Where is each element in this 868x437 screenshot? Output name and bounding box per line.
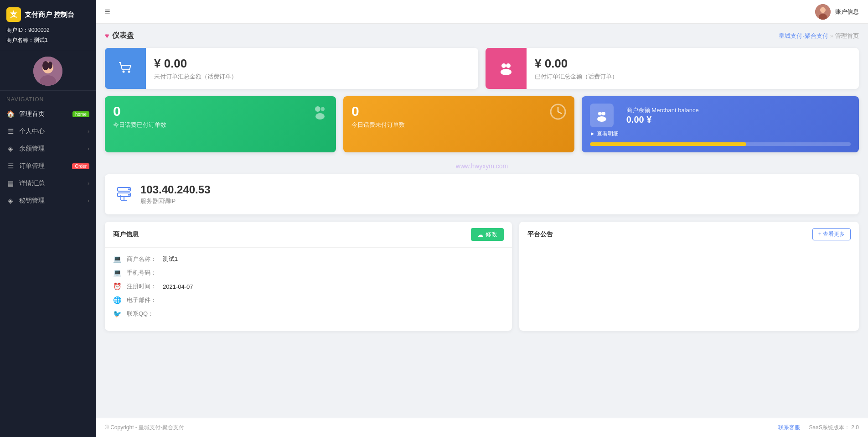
watermark: www.hwyxym.com [105, 160, 859, 174]
contact-link[interactable]: 联系客服 [778, 424, 800, 432]
main-area: ≡ 账户信息 ♥ 仪表盘 皇城支付-聚合支付 » 管理首页 [96, 0, 868, 437]
unpaid-card: ¥ 0.00 未付订单汇总金额（话费订单） [105, 48, 478, 89]
sidebar-item-order-label: 订单管理 [19, 162, 45, 170]
unpaid-today-card: 0 今日话费未付订单数 Order outstanding today more… [343, 96, 574, 152]
menu-toggle[interactable]: ≡ [105, 6, 110, 17]
announcement-body [519, 247, 859, 262]
svg-point-19 [598, 112, 602, 115]
svg-point-14 [321, 107, 325, 111]
svg-point-4 [48, 62, 52, 69]
announcement-title: 平台公告 [527, 230, 553, 239]
paid-today-label: 今日话费已付订单数 [113, 121, 328, 129]
nav-section-label: Navigation [0, 91, 96, 105]
paid-today-icon [310, 103, 329, 124]
unpaid-label: 未付订单汇总金额（话费订单） [154, 73, 237, 81]
sidebar-item-balance-label: 余额管理 [19, 145, 45, 153]
chevron-right-icon2: › [88, 146, 89, 152]
sidebar-item-home-label: 管理首页 [19, 110, 45, 118]
chevron-right-icon4: › [88, 198, 89, 204]
page-header: ♥ 仪表盘 皇城支付-聚合支付 » 管理首页 [105, 31, 859, 41]
avatar-wrap [0, 50, 96, 91]
server-icon [116, 185, 132, 204]
cart-icon-wrap [105, 48, 146, 89]
footer-version: SaaS系统版本： 2.0 [809, 424, 859, 432]
people-icon-wrap [486, 48, 527, 89]
bottom-row: 商户信息 ☁ 修改 💻 商户名称： 测试1 💻 手机号码： [105, 222, 859, 331]
logo-icon: 支 [6, 7, 21, 22]
server-ip-value: 103.40.240.53 [140, 183, 210, 196]
balance-progress [590, 142, 851, 146]
server-ip-label: 服务器回调IP [140, 197, 210, 205]
unpaid-today-count: 0 [351, 104, 566, 119]
sidebar-title: 支付商户 控制台 [25, 10, 74, 19]
sidebar-item-balance[interactable]: ◈ 余额管理 › [0, 140, 96, 157]
breadcrumb-current: 管理首页 [835, 32, 859, 40]
home-badge: home [72, 111, 89, 117]
sidebar-item-secret[interactable]: ◈ 秘钥管理 › [0, 192, 96, 209]
balance-title: 商户余额 Merchant balance [626, 106, 699, 114]
balance-card: 商户余额 Merchant balance 0.00 ¥ ► 查看明细 [582, 96, 859, 152]
detail-icon: ▤ [6, 179, 15, 187]
edit-merchant-button[interactable]: ☁ 修改 [471, 228, 504, 241]
qq-row: 🐦 联系QQ： [113, 310, 504, 318]
sidebar-item-order[interactable]: ☰ 订单管理 Order [0, 157, 96, 175]
monitor-icon2: 💻 [113, 269, 122, 277]
sidebar-item-home[interactable]: 🏠 管理首页 home [0, 105, 96, 123]
phone-row: 💻 手机号码： [113, 269, 504, 277]
heart-icon: ♥ [105, 32, 109, 40]
page-title: 仪表盘 [112, 31, 134, 41]
chevron-right-icon3: › [88, 180, 89, 187]
footer-copyright: © Copyright - 皇城支付-聚合支付 [105, 424, 184, 432]
svg-point-9 [128, 71, 130, 73]
merchant-info-card: 商户信息 ☁ 修改 💻 商户名称： 测试1 💻 手机号码： [105, 222, 512, 331]
footer: © Copyright - 皇城支付-聚合支付 联系客服 SaaS系统版本： 2… [96, 418, 868, 437]
paid-today-card: 0 今日话费已付订单数 Orders paid today more > [105, 96, 336, 152]
svg-line-18 [558, 112, 562, 114]
clock-icon [549, 103, 567, 124]
merchant-card-title: 商户信息 [113, 230, 139, 239]
sidebar-item-secret-label: 秘钥管理 [19, 197, 45, 205]
globe-icon: 🌐 [113, 296, 122, 304]
stats-row2: 0 今日话费已付订单数 Orders paid today more > [105, 96, 859, 152]
order-icon: ☰ [6, 162, 15, 170]
svg-point-6 [820, 7, 826, 13]
balance-detail-link[interactable]: ► 查看明细 [582, 130, 859, 142]
chevron-right-icon: › [88, 128, 89, 135]
svg-point-15 [315, 113, 325, 120]
svg-point-21 [597, 116, 606, 122]
svg-point-25 [128, 194, 130, 196]
unpaid-today-label: 今日话费未付订单数 [351, 121, 566, 129]
merchant-name-row: 💻 商户名称： 测试1 [113, 255, 504, 263]
svg-point-8 [123, 71, 125, 73]
sidebar-header: 支 支付商户 控制台 商户ID：9000002 商户名称：测试1 [0, 0, 96, 50]
view-more-button[interactable]: + 查看更多 [812, 228, 851, 240]
svg-point-24 [128, 188, 130, 190]
breadcrumb-link1[interactable]: 皇城支付-聚合支付 [779, 32, 828, 40]
svg-point-13 [315, 106, 320, 112]
clock-icon2: ⏰ [113, 282, 122, 291]
home-icon: 🏠 [6, 110, 15, 118]
sidebar-logo: 支 支付商户 控制台 [6, 7, 89, 22]
account-name: 账户信息 [835, 8, 859, 16]
unpaid-amount: ¥ 0.00 [154, 57, 237, 71]
balance-icon-bg [590, 104, 614, 127]
secret-icon: ◈ [6, 197, 15, 205]
announcement-card: 平台公告 + 查看更多 [519, 222, 859, 331]
svg-point-10 [501, 63, 506, 68]
bird-icon: 🐦 [113, 310, 122, 318]
svg-point-11 [506, 63, 511, 68]
order-badge: Order [72, 163, 89, 169]
sidebar-item-personal-label: 个人中心 [19, 127, 45, 135]
sidebar-item-personal[interactable]: ☰ 个人中心 › [0, 123, 96, 140]
server-ip-card: 103.40.240.53 服务器回调IP [105, 174, 859, 214]
content-area: ♥ 仪表盘 皇城支付-聚合支付 » 管理首页 ¥ 0 [96, 24, 868, 418]
paid-today-count: 0 [113, 104, 328, 119]
monitor-icon1: 💻 [113, 255, 122, 263]
cloud-icon: ☁ [477, 231, 483, 238]
breadcrumb: 皇城支付-聚合支付 » 管理首页 [779, 32, 859, 40]
email-row: 🌐 电子邮件： [113, 296, 504, 304]
register-time-row: ⏰ 注册时间： 2021-04-07 [113, 282, 504, 291]
breadcrumb-sep: » [830, 32, 833, 39]
sidebar-item-detail[interactable]: ▤ 详情汇总 › [0, 175, 96, 192]
sidebar: 支 支付商户 控制台 商户ID：9000002 商户名称：测试1 Navigat… [0, 0, 96, 437]
